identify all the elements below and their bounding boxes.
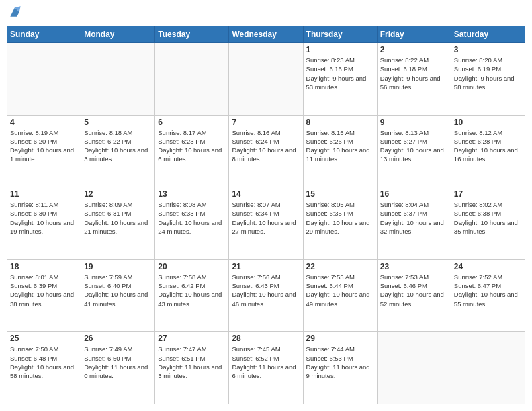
day-info: Sunrise: 8:19 AM Sunset: 6:20 PM Dayligh… [10,128,78,164]
day-number: 21 [232,262,300,271]
day-number: 13 [158,189,226,199]
calendar-cell: 19Sunrise: 7:59 AM Sunset: 6:40 PM Dayli… [81,259,155,332]
calendar-cell: 9Sunrise: 8:13 AM Sunset: 6:27 PM Daylig… [377,115,451,187]
day-info: Sunrise: 8:18 AM Sunset: 6:22 PM Dayligh… [84,128,152,164]
calendar-cell: 5Sunrise: 8:18 AM Sunset: 6:22 PM Daylig… [81,115,155,187]
calendar-cell: 1Sunrise: 8:23 AM Sunset: 6:16 PM Daylig… [303,43,377,116]
calendar-day-header: Sunday [7,26,81,43]
day-number: 11 [10,189,78,199]
day-info: Sunrise: 8:17 AM Sunset: 6:23 PM Dayligh… [158,128,226,164]
day-info: Sunrise: 7:50 AM Sunset: 6:48 PM Dayligh… [10,345,78,380]
calendar-cell: 20Sunrise: 7:58 AM Sunset: 6:42 PM Dayli… [155,259,229,332]
day-info: Sunrise: 8:16 AM Sunset: 6:24 PM Dayligh… [232,128,300,164]
day-info: Sunrise: 8:11 AM Sunset: 6:30 PM Dayligh… [10,200,78,236]
day-number: 3 [454,45,522,54]
calendar-cell: 23Sunrise: 7:53 AM Sunset: 6:46 PM Dayli… [377,259,451,332]
day-info: Sunrise: 8:08 AM Sunset: 6:33 PM Dayligh… [158,200,226,236]
calendar-day-header: Friday [377,26,451,43]
day-info: Sunrise: 8:07 AM Sunset: 6:34 PM Dayligh… [232,200,300,236]
calendar-cell: 3Sunrise: 8:20 AM Sunset: 6:19 PM Daylig… [451,43,525,116]
calendar-week-row: 11Sunrise: 8:11 AM Sunset: 6:30 PM Dayli… [7,187,525,260]
day-number: 23 [380,262,448,271]
calendar-cell: 25Sunrise: 7:50 AM Sunset: 6:48 PM Dayli… [7,332,81,404]
calendar-cell: 6Sunrise: 8:17 AM Sunset: 6:23 PM Daylig… [155,115,229,187]
day-info: Sunrise: 7:58 AM Sunset: 6:42 PM Dayligh… [158,273,226,308]
day-info: Sunrise: 7:55 AM Sunset: 6:44 PM Dayligh… [306,273,374,308]
day-number: 1 [306,45,374,54]
day-number: 28 [232,334,300,343]
logo [7,7,21,20]
day-number: 7 [232,118,300,127]
day-number: 4 [10,118,78,127]
calendar-cell: 12Sunrise: 8:09 AM Sunset: 6:31 PM Dayli… [81,187,155,260]
day-number: 27 [158,334,226,343]
day-number: 18 [10,262,78,271]
calendar-cell: 29Sunrise: 7:44 AM Sunset: 6:53 PM Dayli… [303,332,377,404]
day-info: Sunrise: 7:45 AM Sunset: 6:52 PM Dayligh… [232,345,300,380]
calendar-day-header: Thursday [303,26,377,43]
day-info: Sunrise: 8:22 AM Sunset: 6:18 PM Dayligh… [380,56,448,91]
day-number: 12 [84,189,152,199]
day-info: Sunrise: 8:01 AM Sunset: 6:39 PM Dayligh… [10,273,78,308]
calendar-cell: 24Sunrise: 7:52 AM Sunset: 6:47 PM Dayli… [451,259,525,332]
calendar-week-row: 18Sunrise: 8:01 AM Sunset: 6:39 PM Dayli… [7,259,525,332]
day-info: Sunrise: 8:15 AM Sunset: 6:26 PM Dayligh… [306,128,374,164]
day-info: Sunrise: 8:20 AM Sunset: 6:19 PM Dayligh… [454,56,522,91]
day-number: 24 [454,262,522,271]
calendar-cell: 22Sunrise: 7:55 AM Sunset: 6:44 PM Dayli… [303,259,377,332]
calendar-cell: 17Sunrise: 8:02 AM Sunset: 6:38 PM Dayli… [451,187,525,260]
calendar-cell: 2Sunrise: 8:22 AM Sunset: 6:18 PM Daylig… [377,43,451,116]
day-info: Sunrise: 7:53 AM Sunset: 6:46 PM Dayligh… [380,273,448,308]
day-number: 10 [454,118,522,127]
day-number: 2 [380,45,448,54]
calendar: SundayMondayTuesdayWednesdayThursdayFrid… [7,26,525,404]
day-info: Sunrise: 7:47 AM Sunset: 6:51 PM Dayligh… [158,345,226,380]
day-number: 17 [454,189,522,199]
calendar-cell: 7Sunrise: 8:16 AM Sunset: 6:24 PM Daylig… [229,115,303,187]
calendar-week-row: 4Sunrise: 8:19 AM Sunset: 6:20 PM Daylig… [7,115,525,187]
calendar-header-row: SundayMondayTuesdayWednesdayThursdayFrid… [7,26,525,43]
day-number: 5 [84,118,152,127]
calendar-cell: 18Sunrise: 8:01 AM Sunset: 6:39 PM Dayli… [7,259,81,332]
calendar-cell: 10Sunrise: 8:12 AM Sunset: 6:28 PM Dayli… [451,115,525,187]
calendar-cell: 21Sunrise: 7:56 AM Sunset: 6:43 PM Dayli… [229,259,303,332]
day-info: Sunrise: 7:49 AM Sunset: 6:50 PM Dayligh… [84,345,152,380]
day-number: 8 [306,118,374,127]
calendar-cell [377,332,451,404]
day-number: 19 [84,262,152,271]
calendar-cell [7,43,81,116]
calendar-cell [155,43,229,116]
calendar-cell: 26Sunrise: 7:49 AM Sunset: 6:50 PM Dayli… [81,332,155,404]
day-number: 25 [10,334,78,343]
day-info: Sunrise: 8:04 AM Sunset: 6:37 PM Dayligh… [380,200,448,236]
day-number: 14 [232,189,300,199]
day-info: Sunrise: 8:05 AM Sunset: 6:35 PM Dayligh… [306,200,374,236]
day-info: Sunrise: 7:59 AM Sunset: 6:40 PM Dayligh… [84,273,152,308]
day-info: Sunrise: 8:13 AM Sunset: 6:27 PM Dayligh… [380,128,448,164]
calendar-cell: 11Sunrise: 8:11 AM Sunset: 6:30 PM Dayli… [7,187,81,260]
calendar-cell: 16Sunrise: 8:04 AM Sunset: 6:37 PM Dayli… [377,187,451,260]
calendar-cell [451,332,525,404]
day-number: 9 [380,118,448,127]
day-number: 16 [380,189,448,199]
calendar-cell: 28Sunrise: 7:45 AM Sunset: 6:52 PM Dayli… [229,332,303,404]
day-number: 15 [306,189,374,199]
calendar-week-row: 25Sunrise: 7:50 AM Sunset: 6:48 PM Dayli… [7,332,525,404]
calendar-day-header: Wednesday [229,26,303,43]
calendar-cell [229,43,303,116]
day-info: Sunrise: 8:23 AM Sunset: 6:16 PM Dayligh… [306,56,374,91]
day-number: 22 [306,262,374,271]
day-info: Sunrise: 8:12 AM Sunset: 6:28 PM Dayligh… [454,128,522,164]
calendar-cell: 15Sunrise: 8:05 AM Sunset: 6:35 PM Dayli… [303,187,377,260]
calendar-cell: 13Sunrise: 8:08 AM Sunset: 6:33 PM Dayli… [155,187,229,260]
calendar-cell: 4Sunrise: 8:19 AM Sunset: 6:20 PM Daylig… [7,115,81,187]
calendar-cell: 27Sunrise: 7:47 AM Sunset: 6:51 PM Dayli… [155,332,229,404]
day-info: Sunrise: 8:02 AM Sunset: 6:38 PM Dayligh… [454,200,522,236]
day-number: 29 [306,334,374,343]
calendar-cell: 14Sunrise: 8:07 AM Sunset: 6:34 PM Dayli… [229,187,303,260]
day-number: 6 [158,118,226,127]
calendar-week-row: 1Sunrise: 8:23 AM Sunset: 6:16 PM Daylig… [7,43,525,116]
logo-icon [8,5,21,19]
header [7,7,525,20]
day-info: Sunrise: 7:56 AM Sunset: 6:43 PM Dayligh… [232,273,300,308]
